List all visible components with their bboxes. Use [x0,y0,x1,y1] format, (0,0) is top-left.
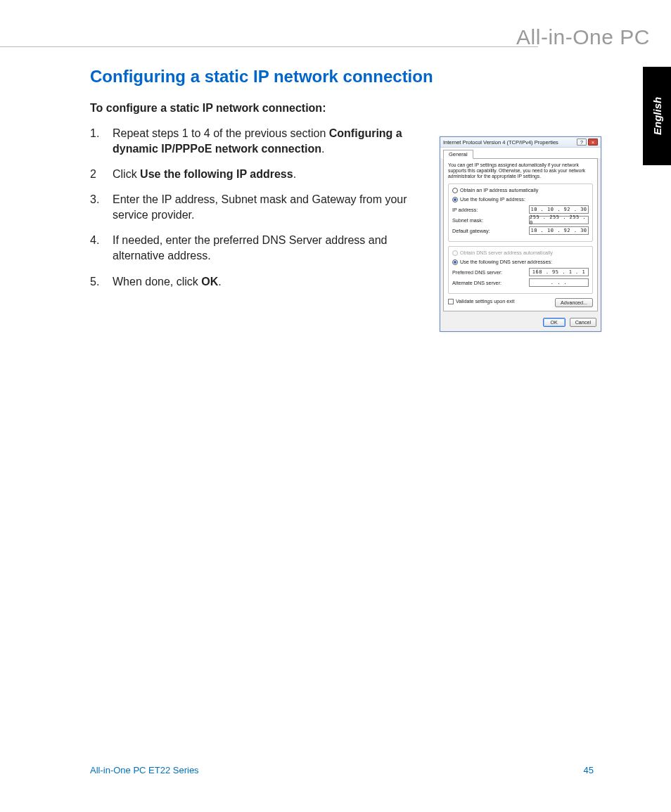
pref-dns-row: Preferred DNS server: 168 . 95 . 1 . 1 [452,268,589,276]
step-number: 3. [90,192,113,223]
checkbox-icon [448,299,454,304]
gateway-label: Default gateway: [452,228,529,234]
checkbox-label: Validate settings upon exit [456,298,514,304]
step-pre: Click [113,168,140,180]
intro-text: To configure a static IP network connect… [90,102,611,115]
step-number: 5. [90,274,113,290]
language-tab[interactable]: English [643,67,671,165]
ip-address-input[interactable]: 10 . 10 . 92 . 30 [529,205,589,214]
radio-icon [452,197,458,202]
dialog-tabs: General [440,148,601,158]
step-pre: When done, click [113,276,201,288]
alt-dns-row: Alternate DNS server: . . . [452,278,589,287]
step-text: Enter the IP address, Subnet mask and Ga… [113,192,428,223]
header-rule [0,46,538,47]
step-pre: Repeat steps 1 to 4 of the previous sect… [113,127,329,139]
ip-group: Obtain an IP address automatically Use t… [448,183,593,242]
pref-dns-label: Preferred DNS server: [452,269,529,276]
step-bold: OK [201,276,218,288]
footer-series: All-in-One PC ET22 Series [90,765,199,775]
step-2: 2 Click Use the following IP address. [90,167,428,182]
radio-use-dns[interactable]: Use the following DNS server addresses: [452,259,589,265]
dialog-footer: OK Cancel [440,314,601,331]
dialog-bottom-row: Validate settings upon exit Advanced... [448,298,593,307]
tab-general[interactable]: General [443,150,473,159]
dialog-note: You can get IP settings assigned automat… [448,162,593,179]
dns-group: Obtain DNS server address automatically … [448,246,593,294]
help-button[interactable]: ? [577,138,587,146]
ip-address-row: IP address: 10 . 10 . 92 . 30 [452,205,589,214]
footer-page-number: 45 [584,765,594,775]
brand-title: All-in-One PC [516,25,650,49]
step-number: 4. [90,233,113,264]
step-text: Click Use the following IP address. [113,167,428,182]
close-button[interactable]: × [588,138,598,146]
radio-auto-dns: Obtain DNS server address automatically [452,250,589,256]
step-1: 1. Repeat steps 1 to 4 of the previous s… [90,126,428,157]
radio-icon [452,259,458,265]
alt-dns-input[interactable]: . . . [529,278,589,287]
radio-icon [452,250,458,256]
step-text: Repeat steps 1 to 4 of the previous sect… [113,126,428,157]
step-number: 2 [90,167,113,182]
step-post: . [293,168,296,180]
step-text: When done, click OK. [113,274,428,290]
section-title: Configuring a static IP network connecti… [90,67,611,86]
ip-label: IP address: [452,207,529,213]
pref-dns-input[interactable]: 168 . 95 . 1 . 1 [529,268,589,276]
dialog-title: Internet Protocol Version 4 (TCP/IPv4) P… [443,139,575,146]
ok-button[interactable]: OK [543,318,565,327]
ipv4-properties-dialog: Internet Protocol Version 4 (TCP/IPv4) P… [440,136,601,332]
subnet-input[interactable]: 255 . 255 . 255 . 0 [529,216,589,224]
alt-dns-label: Alternate DNS server: [452,280,529,286]
radio-label: Use the following IP address: [460,196,525,202]
gateway-row: Default gateway: 10 . 10 . 92 . 30 [452,226,589,235]
advanced-button[interactable]: Advanced... [555,298,593,307]
validate-checkbox[interactable]: Validate settings upon exit [448,298,514,304]
radio-use-ip[interactable]: Use the following IP address: [452,196,589,202]
step-3: 3. Enter the IP address, Subnet mask and… [90,192,428,223]
radio-label: Use the following DNS server addresses: [460,259,552,265]
step-bold: Use the following IP address [140,168,293,180]
steps-list: 1. Repeat steps 1 to 4 of the previous s… [90,126,428,290]
step-text: If needed, enter the preferred DNS Serve… [113,233,428,264]
radio-label: Obtain DNS server address automatically [460,250,553,256]
step-number: 1. [90,126,113,157]
step-5: 5. When done, click OK. [90,274,428,290]
dialog-titlebar: Internet Protocol Version 4 (TCP/IPv4) P… [440,137,601,148]
step-4: 4. If needed, enter the preferred DNS Se… [90,233,428,264]
step-post: . [218,276,221,288]
subnet-label: Subnet mask: [452,217,529,224]
dialog-body: You can get IP settings assigned automat… [443,158,598,311]
radio-icon [452,188,458,193]
radio-label: Obtain an IP address automatically [460,187,538,193]
cancel-button[interactable]: Cancel [570,318,596,327]
subnet-row: Subnet mask: 255 . 255 . 255 . 0 [452,216,589,224]
radio-auto-ip[interactable]: Obtain an IP address automatically [452,187,589,193]
gateway-input[interactable]: 10 . 10 . 92 . 30 [529,226,589,235]
step-post: . [321,143,324,155]
